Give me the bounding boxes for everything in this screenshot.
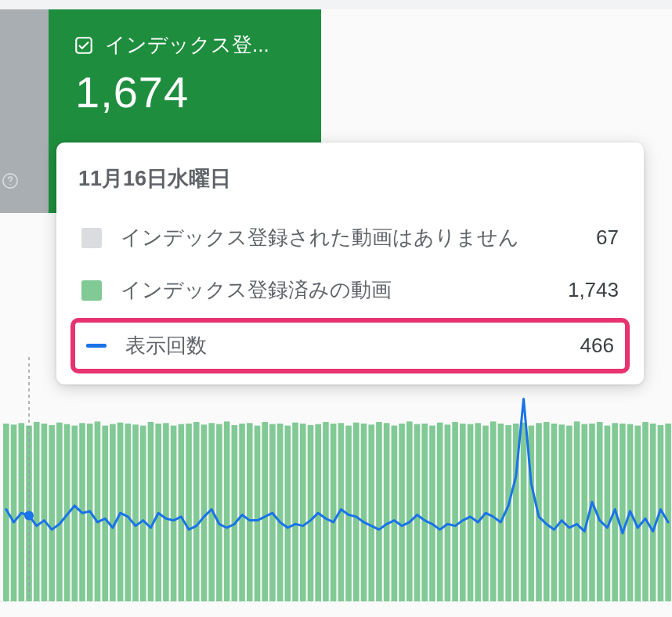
bar[interactable] [421, 424, 428, 601]
bar[interactable] [581, 424, 587, 601]
bar[interactable] [300, 424, 306, 601]
legend-label: 表示回数 [125, 332, 562, 359]
bar[interactable] [605, 426, 611, 601]
bar[interactable] [247, 423, 253, 601]
chart-svg [0, 357, 672, 609]
bar[interactable] [353, 423, 359, 601]
bar[interactable] [95, 421, 101, 601]
card-label: インデックス登... [105, 31, 269, 59]
bar[interactable] [171, 426, 177, 601]
tooltip-legend-item: インデックス登録済みの動画1,743 [78, 264, 622, 316]
chart-area[interactable] [0, 357, 672, 609]
line-swatch-icon [86, 344, 107, 348]
bar[interactable] [551, 424, 558, 601]
bar[interactable] [216, 424, 222, 601]
svg-point-1 [9, 184, 10, 185]
bar[interactable] [201, 424, 208, 601]
bar[interactable] [11, 424, 17, 601]
bar[interactable] [56, 423, 63, 601]
bar[interactable] [368, 424, 374, 601]
bar[interactable] [384, 423, 390, 601]
bar[interactable] [49, 425, 55, 601]
bar[interactable] [277, 424, 284, 601]
bar[interactable] [475, 423, 481, 601]
tooltip-legend-item: 表示回数466 [70, 318, 630, 373]
square-swatch-icon [81, 280, 102, 301]
bar[interactable] [292, 423, 298, 601]
bar[interactable] [110, 424, 116, 601]
card-value: 1,674 [75, 67, 296, 117]
bar[interactable] [414, 424, 421, 601]
bar[interactable] [163, 423, 169, 601]
bar[interactable] [331, 424, 337, 601]
bar[interactable] [498, 424, 504, 601]
bar[interactable] [193, 422, 200, 601]
bar[interactable] [665, 424, 671, 601]
bar[interactable] [239, 424, 245, 601]
bar[interactable] [620, 424, 626, 601]
bar[interactable] [392, 426, 398, 601]
top-bar [0, 0, 672, 9]
bar[interactable] [148, 422, 154, 601]
bar[interactable] [437, 423, 443, 601]
bar[interactable] [255, 426, 261, 601]
tooltip-date: 11月16日水曜日 [78, 164, 622, 193]
bar[interactable] [361, 424, 367, 601]
bar[interactable] [452, 422, 458, 601]
bar[interactable] [597, 422, 603, 601]
bar[interactable] [179, 424, 185, 601]
legend-value: 466 [580, 334, 614, 358]
bar[interactable] [72, 426, 78, 601]
square-swatch-icon [81, 228, 102, 248]
bar[interactable] [650, 424, 656, 601]
bar[interactable] [102, 426, 108, 601]
bar[interactable] [521, 423, 527, 601]
help-icon[interactable] [2, 172, 19, 194]
bar[interactable] [642, 422, 649, 601]
bar[interactable] [376, 422, 382, 601]
chart-tooltip: 11月16日水曜日 インデックス登録された動画はありません67インデックス登録済… [56, 143, 644, 384]
bar[interactable] [544, 422, 550, 601]
bar[interactable] [186, 424, 192, 601]
bar[interactable] [399, 424, 405, 601]
bar[interactable] [132, 424, 139, 601]
svg-rect-2 [76, 38, 92, 53]
bar[interactable] [445, 424, 451, 601]
bar[interactable] [285, 426, 291, 601]
bar[interactable] [125, 424, 132, 601]
bar[interactable] [460, 424, 466, 601]
bar[interactable] [558, 424, 565, 601]
bar[interactable] [505, 425, 511, 601]
legend-value: 1,743 [568, 278, 619, 302]
bar[interactable] [566, 426, 573, 601]
bar[interactable] [42, 424, 48, 601]
bar[interactable] [232, 425, 238, 601]
bar[interactable] [574, 421, 580, 601]
bar[interactable] [224, 421, 230, 601]
legend-label: インデックス登録された動画はありません [121, 224, 577, 251]
bar[interactable] [429, 426, 435, 601]
bar[interactable] [323, 422, 329, 601]
bar[interactable] [262, 422, 268, 601]
bar[interactable] [140, 426, 146, 601]
summary-card-collapsed[interactable] [0, 9, 49, 213]
line-point-highlighted[interactable] [24, 511, 34, 520]
legend-label: インデックス登録済みの動画 [121, 276, 549, 304]
bar[interactable] [406, 421, 413, 601]
bar[interactable] [490, 421, 497, 601]
legend-value: 67 [596, 226, 619, 250]
bar[interactable] [308, 425, 314, 601]
bar[interactable] [34, 422, 40, 601]
card-label-row: インデックス登... [74, 31, 296, 59]
tooltip-legend-item: インデックス登録された動画はありません67 [78, 211, 622, 264]
bar[interactable] [468, 424, 474, 601]
checkbox-checked-icon [74, 35, 94, 56]
bar[interactable] [634, 426, 641, 601]
